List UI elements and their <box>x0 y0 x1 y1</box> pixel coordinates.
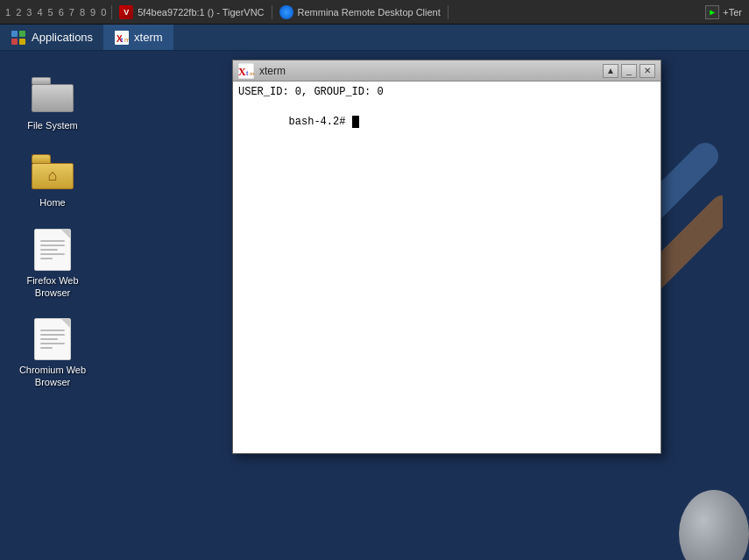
chromium-doc-shape <box>34 318 71 360</box>
taskbar: 1 2 3 4 5 6 7 8 9 0 V 5f4bea9722fb:1 () … <box>0 0 749 25</box>
file-system-icon-shape <box>32 77 74 112</box>
xterm-terminal-content[interactable]: USER_ID: 0, GROUP_ID: 0 bash-4.2# <box>233 82 661 453</box>
remmina-icon <box>279 5 293 19</box>
home-label: Home <box>39 196 65 209</box>
home-icon-shape: ⌂ <box>32 154 74 189</box>
menubar: Applications X t m xterm <box>0 25 749 51</box>
taskbar-vnc-item[interactable]: V 5f4bea9722fb:1 () - TigerVNC <box>111 5 272 19</box>
terminal-icon: ▶ <box>705 5 719 19</box>
home-folder-icon[interactable]: ⌂ Home <box>9 145 96 214</box>
terminal-cursor <box>352 116 359 128</box>
svg-rect-1 <box>19 31 25 37</box>
taskbar-terminal-label: +Ter <box>723 7 742 18</box>
xterm-window-icon: X t m <box>238 63 254 79</box>
firefox-doc-shape <box>34 229 71 271</box>
xterm-titlebar: X t m xterm ▲ _ ✕ <box>233 60 661 82</box>
svg-text:m: m <box>250 70 254 77</box>
xterm-window: X t m xterm ▲ _ ✕ USER_ID: 0, GROUP_ID: … <box>232 60 661 454</box>
taskbar-terminal-item[interactable]: ▶ +Ter <box>698 5 749 19</box>
xterm-close-button[interactable]: ✕ <box>639 64 655 78</box>
chromium-icon[interactable]: Chromium Web Browser <box>9 313 96 394</box>
xterm-minimize-button[interactable]: _ <box>621 64 637 78</box>
taskbar-workspace-numbers: 1 2 3 4 5 6 7 8 9 0 <box>0 7 111 18</box>
desktop-sphere <box>679 490 749 560</box>
xterm-maximize-button[interactable]: ▲ <box>603 64 618 78</box>
terminal-line-2: bash-4.2# <box>238 100 655 144</box>
chromium-label: Chromium Web Browser <box>14 364 91 389</box>
taskbar-remmina-item[interactable]: Remmina Remote Desktop Client <box>272 5 449 19</box>
applications-menu[interactable]: Applications <box>0 25 104 50</box>
applications-label: Applications <box>32 31 93 44</box>
terminal-prompt: bash-4.2# <box>289 116 352 128</box>
applications-icon <box>11 30 26 46</box>
xterm-tab-icon: X t m <box>115 31 129 45</box>
firefox-icon[interactable]: Firefox Web Browser <box>9 223 96 305</box>
svg-rect-0 <box>11 31 18 37</box>
svg-rect-3 <box>19 39 25 45</box>
vnc-icon: V <box>119 5 133 19</box>
desktop-icons-area: File System ⌂ Home <box>0 51 114 412</box>
xterm-window-controls: ▲ _ ✕ <box>603 64 655 78</box>
svg-text:m: m <box>124 36 129 44</box>
taskbar-vnc-label: 5f4bea9722fb:1 () - TigerVNC <box>138 7 264 18</box>
firefox-label: Firefox Web Browser <box>14 274 91 300</box>
desktop: File System ⌂ Home <box>0 51 749 560</box>
xterm-tab[interactable]: X t m xterm <box>104 25 173 50</box>
terminal-line-1: USER_ID: 0, GROUP_ID: 0 <box>238 85 655 100</box>
xterm-window-title: xterm <box>259 65 286 77</box>
xterm-tab-label: xterm <box>134 31 163 44</box>
file-system-icon[interactable]: File System <box>9 68 96 137</box>
svg-rect-2 <box>11 39 18 45</box>
taskbar-remmina-label: Remmina Remote Desktop Client <box>298 7 441 18</box>
svg-text:X: X <box>238 66 246 78</box>
file-system-label: File System <box>27 119 77 131</box>
